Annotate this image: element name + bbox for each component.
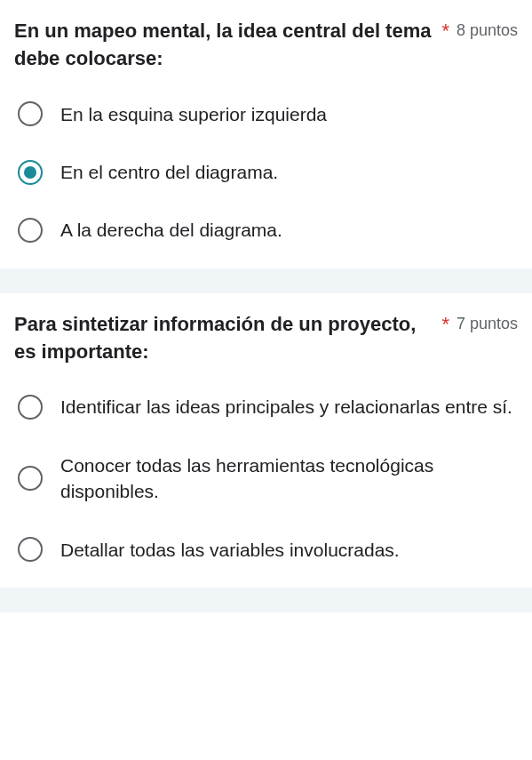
option-label: Conocer todas las herramientas tecnológi…: [60, 452, 518, 505]
radio-icon: [18, 218, 43, 243]
radio-icon: [18, 160, 43, 185]
separator: [0, 588, 532, 612]
radio-option[interactable]: Conocer todas las herramientas tecnológi…: [18, 452, 518, 505]
radio-option[interactable]: Detallar todas las variables involucrada…: [18, 537, 518, 563]
radio-option[interactable]: Identificar las ideas principales y rela…: [18, 394, 518, 420]
question-header: Para sintetizar información de un proyec…: [14, 311, 518, 366]
radio-option[interactable]: En la esquina superior izquierda: [18, 101, 518, 127]
required-star-icon: *: [441, 20, 449, 43]
question-title: En un mapeo mental, la idea central del …: [14, 18, 434, 73]
radio-icon: [18, 395, 43, 420]
question-header: En un mapeo mental, la idea central del …: [14, 18, 518, 73]
option-label: En la esquina superior izquierda: [60, 101, 327, 127]
question-title: Para sintetizar información de un proyec…: [14, 311, 434, 366]
option-label: Identificar las ideas principales y rela…: [60, 394, 512, 420]
option-label: Detallar todas las variables involucrada…: [60, 537, 400, 563]
radio-option[interactable]: A la derecha del diagrama.: [18, 217, 518, 243]
question-card-1: En un mapeo mental, la idea central del …: [0, 0, 532, 268]
option-label: A la derecha del diagrama.: [60, 217, 282, 243]
radio-icon: [18, 101, 43, 126]
radio-option[interactable]: En el centro del diagrama.: [18, 159, 518, 185]
options-list: En la esquina superior izquierda En el c…: [14, 101, 518, 244]
points-label: 7 puntos: [457, 315, 518, 334]
option-label: En el centro del diagrama.: [60, 159, 278, 185]
points-label: 8 puntos: [457, 21, 518, 41]
required-star-icon: *: [441, 313, 449, 336]
question-card-2: Para sintetizar información de un proyec…: [0, 293, 532, 588]
separator: [0, 268, 532, 293]
radio-icon: [18, 537, 43, 562]
options-list: Identificar las ideas principales y rela…: [14, 394, 518, 563]
radio-icon: [18, 466, 43, 491]
